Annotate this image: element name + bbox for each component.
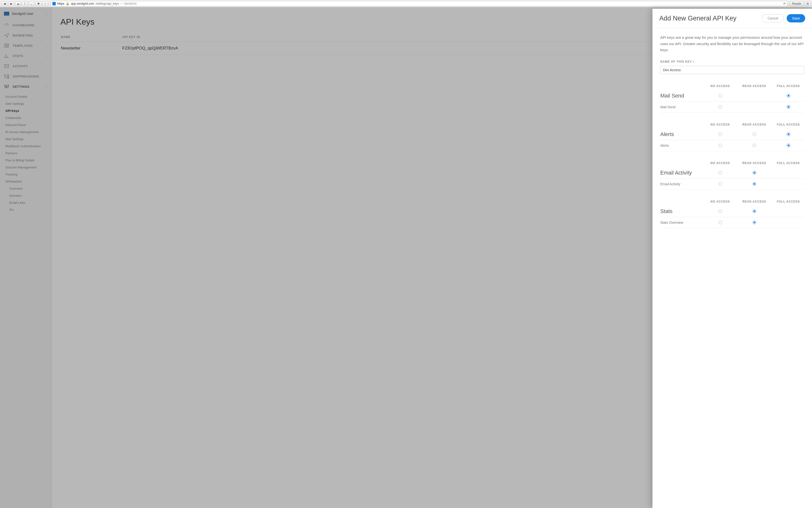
cancel-button[interactable]: Cancel bbox=[762, 14, 784, 23]
perm-group: NO ACCESSREAD ACCESSFULL ACCESSEmail Act… bbox=[660, 161, 804, 189]
col-read-access: READ ACCESS bbox=[736, 200, 772, 206]
perm-group-label: Alerts bbox=[660, 129, 704, 140]
reload-icon[interactable]: ⟳ bbox=[783, 2, 786, 5]
perm-row-label: Mail Send bbox=[660, 102, 704, 112]
nav-forward-button[interactable]: ▶ bbox=[8, 1, 14, 6]
access-radio[interactable] bbox=[787, 143, 790, 147]
perm-row-label: Email Activity bbox=[660, 179, 704, 189]
col-read-access: READ ACCESS bbox=[736, 84, 772, 90]
reader-button[interactable]: Reader bbox=[790, 1, 804, 6]
drawer-title: Add New General API Key bbox=[659, 15, 759, 22]
col-read-access: READ ACCESS bbox=[736, 123, 772, 129]
col-no-access: NO ACCESS bbox=[704, 200, 736, 206]
access-radio[interactable] bbox=[753, 171, 756, 174]
lock-icon: 🔒 bbox=[66, 2, 69, 5]
drawer-header: Add New General API Key Cancel Save bbox=[653, 9, 812, 28]
access-radio[interactable] bbox=[753, 132, 756, 136]
url-title: — SendGrid bbox=[120, 2, 136, 5]
share-icon[interactable]: ⤴ bbox=[22, 1, 28, 6]
pocket-icon[interactable]: ⌄ bbox=[29, 1, 35, 6]
col-no-access: NO ACCESS bbox=[704, 123, 736, 129]
browser-toolbar: ◀ ▶ ☁ ⤴ ⌄ ✱ ＋ https 🔒 app.sendgrid.com/s… bbox=[0, 0, 812, 7]
col-no-access: NO ACCESS bbox=[704, 84, 736, 90]
access-radio[interactable] bbox=[787, 94, 790, 97]
access-radio[interactable] bbox=[718, 94, 722, 97]
col-full-access: FULL ACCESS bbox=[772, 123, 804, 129]
access-radio[interactable] bbox=[718, 105, 722, 109]
drawer-body: API keys are a great way for you to mana… bbox=[653, 28, 812, 508]
perm-group-label: Stats bbox=[660, 206, 704, 217]
cloud-icon[interactable]: ☁ bbox=[15, 1, 21, 6]
perm-group-label: Email Activity bbox=[660, 167, 704, 178]
col-full-access: FULL ACCESS bbox=[772, 200, 804, 206]
access-radio[interactable] bbox=[718, 209, 722, 213]
perm-row-label: Stats Overview bbox=[660, 217, 704, 228]
perm-row-label: Alerts bbox=[660, 140, 704, 151]
key-name-input[interactable] bbox=[660, 66, 804, 74]
access-radio[interactable] bbox=[718, 132, 722, 136]
access-radio[interactable] bbox=[753, 182, 756, 186]
access-radio[interactable] bbox=[753, 209, 756, 213]
save-button[interactable]: Save bbox=[787, 14, 805, 23]
perm-group: NO ACCESSREAD ACCESSFULL ACCESSAlertsAle… bbox=[660, 123, 804, 151]
col-full-access: FULL ACCESS bbox=[772, 84, 804, 90]
access-radio[interactable] bbox=[753, 221, 756, 224]
extension-icon[interactable]: ✱ bbox=[36, 1, 41, 6]
url-path: /settings/api_keys bbox=[96, 2, 119, 5]
add-api-key-drawer: Add New General API Key Cancel Save API … bbox=[653, 9, 812, 508]
perm-group-label: Mail Send bbox=[660, 90, 704, 101]
access-radio[interactable] bbox=[718, 143, 722, 147]
access-radio[interactable] bbox=[787, 132, 790, 136]
url-bar[interactable]: https 🔒 app.sendgrid.com/settings/api_ke… bbox=[51, 1, 787, 6]
url-scheme: https bbox=[57, 2, 64, 5]
required-indicator: • bbox=[693, 60, 694, 64]
url-host: app.sendgrid.com bbox=[71, 2, 94, 5]
perm-group: NO ACCESSREAD ACCESSFULL ACCESSMail Send… bbox=[660, 84, 804, 113]
drawer-help-text: API keys are a great way for you to mana… bbox=[660, 34, 804, 53]
access-radio[interactable] bbox=[718, 182, 722, 186]
col-read-access: READ ACCESS bbox=[736, 161, 772, 167]
perm-group: NO ACCESSREAD ACCESSFULL ACCESSStatsStat… bbox=[660, 200, 804, 228]
col-no-access: NO ACCESS bbox=[704, 161, 736, 167]
add-tab-button[interactable]: ＋ bbox=[42, 1, 48, 6]
access-radio[interactable] bbox=[718, 221, 722, 224]
favicon-icon bbox=[52, 2, 56, 5]
access-radio[interactable] bbox=[753, 143, 756, 147]
settings-gear-icon[interactable]: ⚙ bbox=[805, 1, 811, 6]
name-field-label: NAME OF THIS KEY• bbox=[660, 60, 804, 64]
access-radio[interactable] bbox=[718, 171, 722, 174]
col-full-access: FULL ACCESS bbox=[772, 161, 804, 167]
app-root: Sendgrid User ⌄ DASHBOARDMARKETING⌄TEMPL… bbox=[0, 7, 812, 508]
access-radio[interactable] bbox=[787, 105, 790, 109]
nav-back-button[interactable]: ◀ bbox=[1, 1, 7, 6]
